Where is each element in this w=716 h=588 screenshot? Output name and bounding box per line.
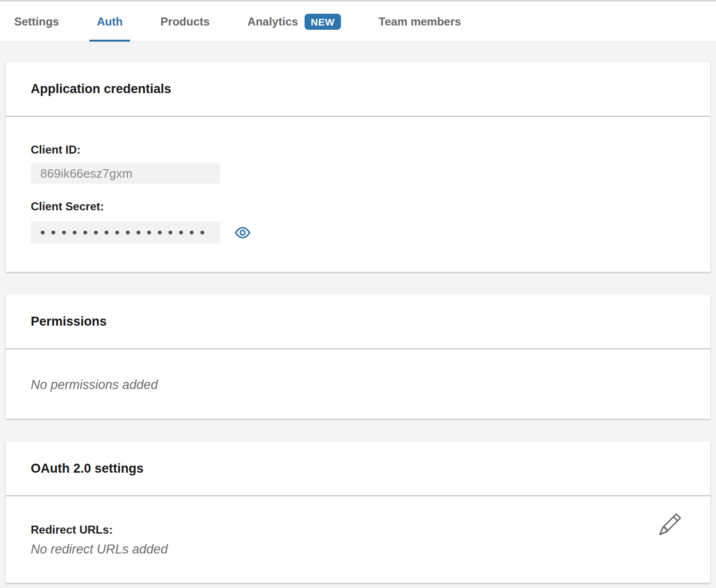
permissions-title: Permissions <box>31 314 107 329</box>
tab-analytics[interactable]: Analytics NEW <box>240 1 348 42</box>
application-credentials-body: Client ID: 869ik66esz7gxm Client Secret:… <box>6 117 710 272</box>
redirect-urls-empty-text: No redirect URLs added <box>31 542 685 557</box>
redirect-urls-label: Redirect URLs: <box>31 523 685 536</box>
new-badge: NEW <box>305 14 341 30</box>
card-application-credentials: Application credentials Client ID: 869ik… <box>6 62 710 272</box>
tab-team-members-label: Team members <box>379 15 461 28</box>
app-auth-page: Settings Auth Products Analytics NEW Tea… <box>0 0 716 588</box>
tab-auth[interactable]: Auth <box>89 1 131 42</box>
application-credentials-title: Application credentials <box>31 82 171 96</box>
permissions-header: Permissions <box>6 294 710 349</box>
client-id-value[interactable]: 869ik66esz7gxm <box>31 163 220 184</box>
application-credentials-header: Application credentials <box>6 62 710 117</box>
pencil-icon <box>659 513 681 535</box>
eye-icon <box>234 225 251 240</box>
tab-team-members[interactable]: Team members <box>371 1 469 42</box>
tab-bar: Settings Auth Products Analytics NEW Tea… <box>0 0 716 42</box>
main-content: Application credentials Client ID: 869ik… <box>0 42 716 583</box>
edit-redirect-urls-button[interactable] <box>659 513 681 535</box>
tab-settings-label: Settings <box>14 15 59 28</box>
tab-auth-label: Auth <box>97 15 123 28</box>
tab-analytics-label: Analytics <box>247 15 298 28</box>
permissions-body: No permissions added <box>6 349 710 419</box>
client-secret-row: •••••••••••••••• <box>31 222 685 243</box>
client-secret-label: Client Secret: <box>31 200 685 213</box>
tab-products[interactable]: Products <box>153 1 217 42</box>
show-secret-button[interactable] <box>234 225 251 240</box>
tab-products-label: Products <box>160 15 210 28</box>
tab-settings[interactable]: Settings <box>7 1 67 42</box>
client-secret-value[interactable]: •••••••••••••••• <box>31 222 220 243</box>
card-permissions: Permissions No permissions added <box>6 294 710 419</box>
client-id-label: Client ID: <box>31 143 685 156</box>
card-oauth-settings: OAuth 2.0 settings Redirect URLs: No red… <box>6 441 710 583</box>
oauth-settings-header: OAuth 2.0 settings <box>6 441 710 496</box>
permissions-empty-text: No permissions added <box>31 378 685 392</box>
oauth-settings-body: Redirect URLs: No redirect URLs added <box>6 496 710 583</box>
oauth-settings-title: OAuth 2.0 settings <box>31 461 144 476</box>
